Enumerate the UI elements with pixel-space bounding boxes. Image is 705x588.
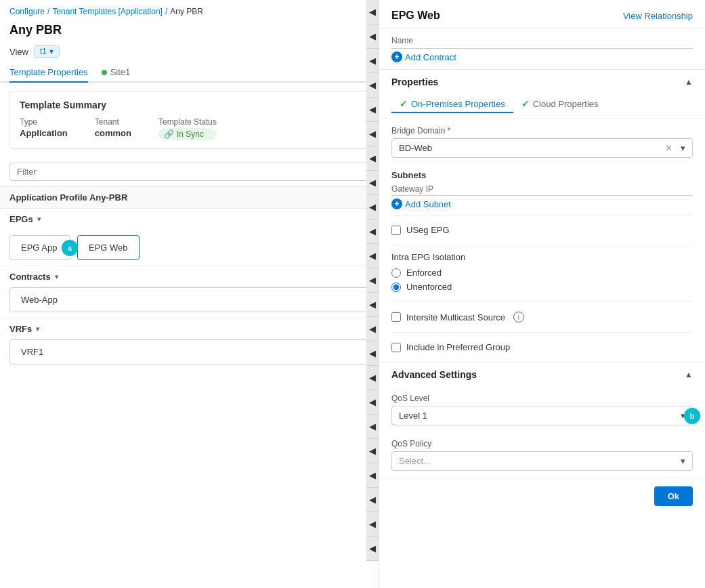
unenforced-label: Unenforced <box>406 282 452 292</box>
name-field-section: Name + Add Contract <box>379 29 705 69</box>
arrow-14[interactable]: ◀ <box>366 317 379 341</box>
template-summary: Template Summary Type Application Tenant… <box>9 91 369 149</box>
arrow-3[interactable]: ◀ <box>366 49 379 73</box>
cloud-tab[interactable]: ✔ Cloud Properties <box>513 94 607 113</box>
intersite-checkbox[interactable] <box>391 312 401 322</box>
tabs-row: Template Properties Site1 <box>0 62 379 83</box>
properties-collapse-icon: ▲ <box>685 77 693 87</box>
qos-level-field: QoS Level Level 1 b ▾ <box>379 387 705 432</box>
unenforced-radio-row: Unenforced <box>391 282 693 292</box>
right-panel-title: EPG Web <box>391 9 440 22</box>
app-profile-header: Application Profile Any-PBR <box>0 186 379 209</box>
properties-section-header[interactable]: Properties ▲ <box>379 70 705 94</box>
arrow-1[interactable]: ◀ <box>366 0 379 24</box>
ok-button[interactable]: Ok <box>654 486 693 506</box>
tab-site1[interactable]: Site1 <box>102 62 131 83</box>
intra-epg-field: Intra EPG Isolation Enforced Unenforced <box>379 245 705 301</box>
enforced-radio-row: Enforced <box>391 268 693 278</box>
summary-type: Type Application <box>20 117 68 140</box>
epg-card-app[interactable]: EPG App a <box>9 235 70 260</box>
subnets-section: Subnets Gateway IP + Add Subnet <box>379 165 705 215</box>
bridge-domain-clear[interactable]: ✕ <box>665 143 672 153</box>
arrow-10[interactable]: ◀ <box>366 219 379 244</box>
badge-b: b <box>684 408 700 424</box>
contracts-chevron[interactable]: ▾ <box>55 273 58 280</box>
filter-input[interactable] <box>9 163 369 181</box>
arrow-20[interactable]: ◀ <box>366 463 379 488</box>
required-star: * <box>448 126 451 135</box>
contract-card-web-app: Web-App <box>9 287 369 312</box>
tab-template-properties[interactable]: Template Properties <box>9 62 88 83</box>
qos-policy-select[interactable]: Select... ▾ <box>391 451 693 471</box>
contracts-header: Contracts ▾ <box>0 266 379 287</box>
view-relationship-link[interactable]: View Relationship <box>623 11 693 21</box>
arrow-23[interactable]: ◀ <box>366 537 379 561</box>
useg-epg-label: USeg EPG <box>406 225 450 235</box>
on-premises-tab[interactable]: ✔ On-Premises Properties <box>391 94 513 113</box>
arrow-11[interactable]: ◀ <box>366 244 379 268</box>
page-title: Any PBR <box>0 20 379 41</box>
qos-level-value: Level 1 <box>399 411 427 421</box>
intersite-info-icon[interactable]: i <box>513 312 524 322</box>
arrow-12[interactable]: ◀ <box>366 268 379 293</box>
preferred-group-checkbox[interactable] <box>391 343 401 352</box>
preferred-group-label: Include in Preferred Group <box>406 342 510 352</box>
breadcrumb-configure[interactable]: Configure <box>9 7 45 16</box>
arrow-strip: ◀ ◀ ◀ ◀ ◀ ◀ ◀ ◀ ◀ ◀ ◀ ◀ ◀ ◀ ◀ ◀ ◀ ◀ ◀ ◀ … <box>366 0 379 588</box>
qos-policy-label: QoS Policy <box>391 439 693 448</box>
useg-epg-checkbox[interactable] <box>391 226 401 235</box>
qos-level-select[interactable]: Level 1 b ▾ <box>391 406 693 425</box>
arrow-7[interactable]: ◀ <box>366 146 379 171</box>
name-label: Name <box>391 36 693 49</box>
arrow-22[interactable]: ◀ <box>366 512 379 537</box>
arrow-17[interactable]: ◀ <box>366 390 379 415</box>
useg-epg-row: USeg EPG <box>391 222 693 238</box>
breadcrumb: Configure / Tenant Templates [Applicatio… <box>0 0 379 20</box>
arrow-9[interactable]: ◀ <box>366 195 379 219</box>
epgs-chevron[interactable]: ▾ <box>37 215 41 223</box>
epg-web-name: EPG Web <box>89 243 128 253</box>
vrfs-header: VRFs ▾ <box>0 318 379 339</box>
add-subnet-link[interactable]: + Add Subnet <box>391 198 693 209</box>
enforced-radio[interactable] <box>391 268 401 278</box>
view-badge[interactable]: t1 ▾ <box>34 45 60 58</box>
bridge-domain-value: BD-Web <box>399 143 432 153</box>
qos-policy-chevron: ▾ <box>681 456 685 466</box>
arrow-15[interactable]: ◀ <box>366 341 379 366</box>
vrf-card-vrf1: VRF1 <box>9 339 369 364</box>
unenforced-radio[interactable] <box>391 282 401 292</box>
right-panel-header: EPG Web View Relationship <box>379 0 705 29</box>
arrow-8[interactable]: ◀ <box>366 171 379 195</box>
ok-footer: Ok <box>379 478 705 514</box>
advanced-settings-title: Advanced Settings <box>391 369 477 380</box>
qos-policy-field: QoS Policy Select... ▾ <box>379 432 705 478</box>
vrfs-chevron[interactable]: ▾ <box>36 325 39 333</box>
contracts-label: Contracts <box>9 272 51 282</box>
bridge-domain-chevron: ▾ <box>681 143 685 153</box>
arrow-2[interactable]: ◀ <box>366 24 379 49</box>
epg-card-web[interactable]: EPG Web <box>77 235 140 260</box>
qos-policy-placeholder: Select... <box>399 456 431 466</box>
summary-tenant: Tenant common <box>95 117 131 140</box>
arrow-5[interactable]: ◀ <box>366 98 379 122</box>
arrow-16[interactable]: ◀ <box>366 366 379 390</box>
add-contract-link[interactable]: + Add Contract <box>391 51 693 62</box>
add-subnet-icon: + <box>391 198 402 209</box>
intra-epg-label: Intra EPG Isolation <box>391 252 693 262</box>
qos-level-label: QoS Level <box>391 394 693 403</box>
advanced-settings-collapse-icon: ▲ <box>685 370 693 379</box>
gateway-ip-label: Gateway IP <box>391 184 693 196</box>
arrow-13[interactable]: ◀ <box>366 293 379 317</box>
intersite-row: Intersite Multicast Source i <box>391 309 693 325</box>
cloud-check-icon: ✔ <box>521 98 530 109</box>
arrow-18[interactable]: ◀ <box>366 415 379 439</box>
breadcrumb-tenant-templates[interactable]: Tenant Templates [Application] <box>52 7 163 16</box>
arrow-19[interactable]: ◀ <box>366 439 379 463</box>
advanced-settings-header[interactable]: Advanced Settings ▲ <box>379 362 705 387</box>
epg-app-name: EPG App <box>21 243 57 253</box>
vrfs-label: VRFs <box>9 324 32 334</box>
arrow-21[interactable]: ◀ <box>366 488 379 512</box>
arrow-4[interactable]: ◀ <box>366 73 379 98</box>
bridge-domain-select[interactable]: BD-Web ✕ ▾ <box>391 138 693 158</box>
arrow-6[interactable]: ◀ <box>366 122 379 146</box>
